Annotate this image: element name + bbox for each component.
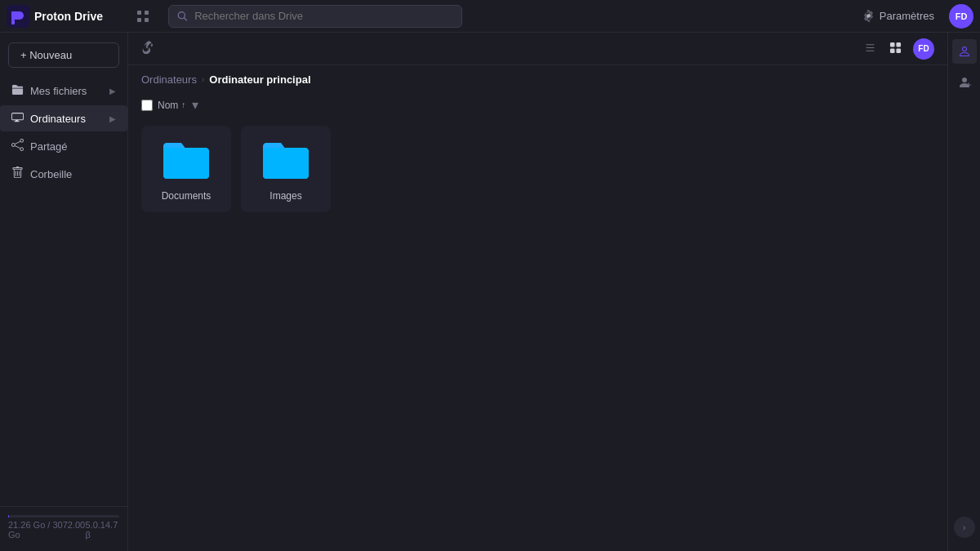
images-folder-name: Images xyxy=(270,190,301,202)
folder-item-images[interactable]: Images xyxy=(241,126,331,212)
partage-label: Partagé xyxy=(30,140,116,153)
sort-dropdown-button[interactable]: ▾ xyxy=(190,97,200,113)
avatar[interactable]: FD xyxy=(949,4,973,29)
folder-item-documents[interactable]: Documents xyxy=(141,126,231,212)
right-panel-collapse-button[interactable]: › xyxy=(954,517,975,538)
user-panel-avatar[interactable]: FD xyxy=(913,38,934,60)
main-layout: + Nouveau Mes fichiers ▶ Ord xyxy=(0,33,980,551)
search-input[interactable] xyxy=(194,10,453,22)
breadcrumb-current: Ordinateur principal xyxy=(209,73,310,86)
search-icon xyxy=(177,11,188,22)
documents-folder-name: Documents xyxy=(162,190,212,202)
sort-name-label[interactable]: Nom ↑ xyxy=(158,100,185,111)
breadcrumb-separator: › xyxy=(202,75,204,84)
right-panel: › xyxy=(947,33,980,551)
settings-label: Paramètres xyxy=(880,10,934,22)
sort-direction-icon: ↑ xyxy=(181,100,185,109)
grid-view-button[interactable] xyxy=(884,39,906,59)
sidebar-item-ordinateurs[interactable]: Ordinateurs ▶ xyxy=(0,105,127,131)
right-panel-user-icon-1[interactable] xyxy=(952,39,977,64)
mes-fichiers-label: Mes fichiers xyxy=(30,85,103,97)
documents-folder-icon xyxy=(162,140,211,180)
svg-rect-2 xyxy=(137,11,141,15)
corbeille-icon xyxy=(11,167,24,181)
version-label: 5.0.14.7 β xyxy=(86,520,119,540)
svg-line-7 xyxy=(185,18,187,20)
new-button[interactable]: + Nouveau xyxy=(8,42,119,68)
view-toggle xyxy=(859,39,906,59)
ordinateurs-arrow: ▶ xyxy=(109,114,116,123)
apps-grid-icon[interactable] xyxy=(131,4,155,29)
mes-fichiers-icon xyxy=(11,83,24,98)
images-folder-icon xyxy=(261,140,310,180)
logo-area: Proton Drive xyxy=(7,5,131,28)
list-view-button[interactable] xyxy=(859,39,881,59)
select-all-checkbox[interactable] xyxy=(141,100,153,111)
storage-fill xyxy=(8,515,9,518)
svg-rect-5 xyxy=(145,18,149,22)
mes-fichiers-arrow: ▶ xyxy=(109,87,116,96)
breadcrumb-parent[interactable]: Ordinateurs xyxy=(141,73,197,86)
sidebar-nav: Mes fichiers ▶ Ordinateurs ▶ xyxy=(0,78,127,506)
storage-used-total: 21.26 Go / 3072.00 Go xyxy=(8,520,86,540)
breadcrumb: Ordinateurs › Ordinateur principal xyxy=(128,65,947,94)
topbar: Proton Drive Paramètres FD xyxy=(0,0,980,33)
app-title: Proton Drive xyxy=(34,10,103,23)
content-toolbar: FD xyxy=(128,33,947,65)
ordinateurs-icon xyxy=(11,111,24,126)
corbeille-label: Corbeille xyxy=(30,168,116,180)
files-grid: Documents Images xyxy=(128,119,947,219)
partage-icon xyxy=(11,139,24,153)
link-icon[interactable] xyxy=(141,41,154,57)
proton-logo-icon xyxy=(7,5,29,28)
sidebar: + Nouveau Mes fichiers ▶ Ord xyxy=(0,33,128,551)
settings-button[interactable]: Paramètres xyxy=(856,7,941,25)
topbar-right: Paramètres FD xyxy=(856,4,973,29)
ordinateurs-label: Ordinateurs xyxy=(30,113,103,125)
right-panel-user-icon-2[interactable] xyxy=(952,70,977,95)
svg-rect-4 xyxy=(137,18,141,22)
svg-rect-1 xyxy=(11,20,15,24)
content-area: FD Ordinateurs › Ordinateur principal No… xyxy=(128,33,947,551)
settings-icon xyxy=(862,10,875,22)
sidebar-footer: 21.26 Go / 3072.00 Go 5.0.14.7 β xyxy=(0,506,127,544)
sort-row: Nom ↑ ▾ xyxy=(128,94,947,119)
storage-bar xyxy=(8,515,119,518)
sidebar-item-mes-fichiers[interactable]: Mes fichiers ▶ xyxy=(0,78,127,104)
svg-rect-3 xyxy=(145,11,149,15)
sidebar-item-partage[interactable]: Partagé xyxy=(0,133,127,159)
storage-text: 21.26 Go / 3072.00 Go 5.0.14.7 β xyxy=(8,520,119,540)
sidebar-item-corbeille[interactable]: Corbeille xyxy=(0,161,127,187)
search-bar[interactable] xyxy=(168,5,462,28)
